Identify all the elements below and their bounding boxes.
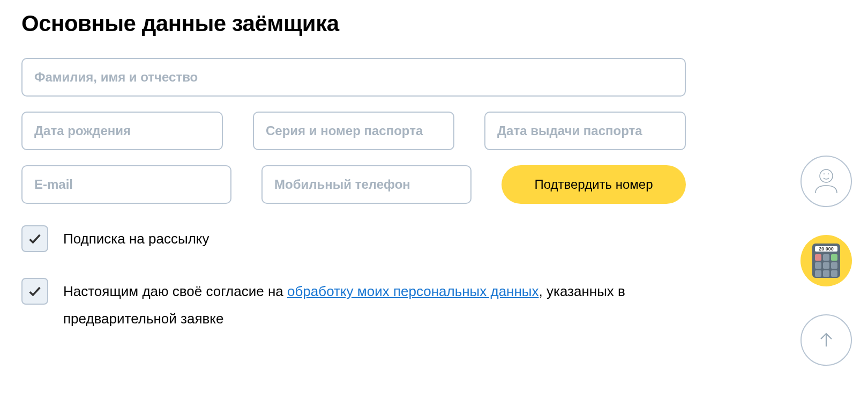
calculator-icon: 20 000 — [812, 244, 840, 278]
check-icon — [27, 231, 42, 246]
check-icon — [27, 284, 42, 299]
consent-link[interactable]: обработку моих персональных данных — [287, 283, 539, 299]
arrow-up-icon — [815, 329, 837, 351]
newsletter-checkbox[interactable] — [21, 225, 48, 252]
profile-button[interactable] — [800, 156, 852, 207]
scroll-top-button[interactable] — [800, 314, 852, 366]
consent-checkbox[interactable] — [21, 278, 48, 305]
birth-date-input[interactable] — [21, 112, 223, 150]
confirm-number-button[interactable]: Подтвердить номер — [502, 165, 686, 204]
newsletter-label: Подписка на рассылку — [63, 225, 209, 249]
passport-number-input[interactable] — [253, 112, 454, 150]
person-icon — [810, 165, 842, 197]
svg-point-0 — [820, 169, 833, 182]
phone-input[interactable] — [261, 165, 472, 204]
email-input[interactable] — [21, 165, 231, 204]
form-heading: Основные данные заёмщика — [21, 11, 686, 36]
consent-label: Настоящим даю своё согласие на обработку… — [63, 278, 686, 332]
calculator-display: 20 000 — [815, 246, 837, 252]
calculator-button[interactable]: 20 000 — [800, 235, 852, 286]
passport-date-input[interactable] — [484, 112, 686, 150]
consent-prefix: Настоящим даю своё согласие на — [63, 283, 287, 299]
full-name-input[interactable] — [21, 58, 686, 97]
